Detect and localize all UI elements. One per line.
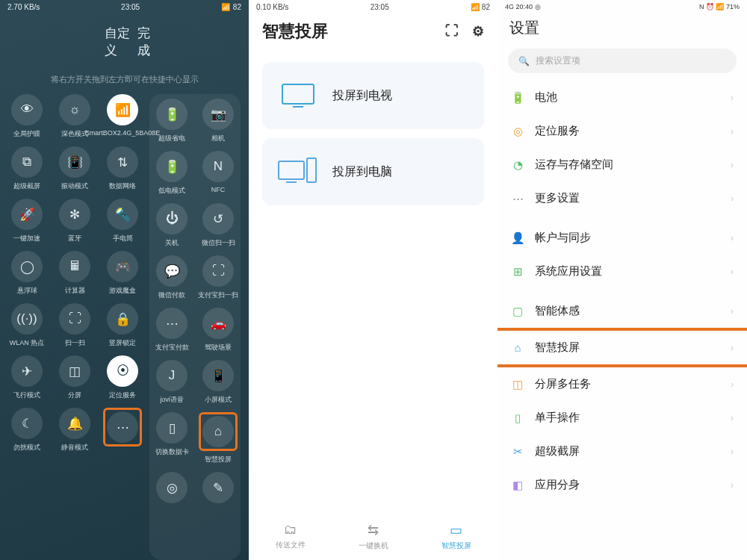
qs-icon[interactable]: ◫	[59, 355, 90, 387]
qs-tile[interactable]: ((·))WLAN 热点	[4, 303, 49, 348]
qs-tile[interactable]: 🔋超级省电	[149, 99, 194, 143]
qs-icon[interactable]: 👁	[11, 94, 43, 125]
qs-tile[interactable]: ▯切换数据卡	[149, 412, 194, 464]
settings-item[interactable]: 👤帐户与同步›	[498, 221, 747, 255]
qs-icon[interactable]: 🎮	[107, 251, 138, 282]
qs-icon[interactable]: 🚗	[202, 308, 234, 339]
qs-tile[interactable]: 🚀一键加速	[4, 199, 49, 243]
done-button[interactable]: 完成	[137, 25, 159, 59]
qs-icon[interactable]: ◯	[11, 251, 43, 282]
qs-icon[interactable]: ⏻	[156, 203, 187, 234]
settings-item[interactable]: 🔋电池›	[498, 81, 747, 114]
qs-tile[interactable]: NNFC	[196, 151, 241, 196]
qs-icon[interactable]: 🔋	[156, 151, 187, 182]
qs-tile[interactable]: 📶SmartBOX2.4G_5BA08E	[100, 94, 145, 139]
qs-tile[interactable]: ✻蓝牙	[52, 199, 97, 243]
qs-tile[interactable]: ⛶扫一扫	[52, 303, 97, 348]
qs-tile[interactable]: ↺微信扫一扫	[196, 203, 241, 248]
qs-tile[interactable]: ✎	[196, 472, 241, 507]
qs-icon[interactable]: N	[202, 151, 234, 182]
nav-item[interactable]: 🗂传送文件	[276, 522, 306, 551]
qs-tile[interactable]: ☾勿扰模式	[4, 408, 49, 452]
qs-tile[interactable]: 🎮游戏魔盒	[100, 251, 145, 296]
qs-icon[interactable]: ⋯	[107, 411, 138, 443]
qs-icon[interactable]: 🖩	[59, 251, 90, 282]
qs-tile[interactable]: ✈飞行模式	[4, 355, 49, 400]
svg-rect-2	[279, 161, 304, 179]
qs-tile[interactable]: 📷相机	[196, 99, 241, 143]
qs-tile[interactable]: ◯悬浮球	[4, 251, 49, 296]
qs-icon[interactable]: 📶	[107, 94, 138, 125]
qs-tile[interactable]: 🔦手电筒	[100, 199, 145, 243]
qs-tile[interactable]: 📳振动模式	[52, 146, 97, 191]
nav-item[interactable]: ⇆一键换机	[359, 522, 388, 551]
qs-icon[interactable]: ⛶	[59, 303, 90, 335]
qs-tile[interactable]: 🚗驾驶场景	[196, 308, 241, 352]
qs-icon[interactable]: ☼	[59, 94, 90, 125]
settings-item[interactable]: ◔运存与存储空间›	[498, 148, 747, 181]
qs-icon[interactable]: ✻	[59, 199, 90, 230]
settings-item[interactable]: ◧应用分身›	[498, 468, 747, 502]
qs-icon[interactable]: J	[156, 360, 187, 391]
qs-icon[interactable]: ⋯	[156, 308, 187, 339]
qs-tile[interactable]: ◎	[149, 472, 194, 507]
qs-icon[interactable]: ⧉	[11, 146, 43, 178]
qs-tile[interactable]: ⏻关机	[149, 203, 194, 248]
qs-tile[interactable]: 🖩计算器	[52, 251, 97, 296]
qs-tile[interactable]: Jjovi语音	[149, 360, 194, 405]
qs-tile[interactable]: ⇅数据网络	[100, 146, 145, 191]
qs-icon[interactable]: 🔒	[107, 303, 138, 335]
qs-tile[interactable]: ⋯支付宝付款	[149, 308, 194, 352]
settings-item[interactable]: ⊞系统应用设置›	[498, 255, 747, 288]
qs-icon[interactable]: ✎	[202, 472, 234, 503]
qs-icon[interactable]: ⦿	[107, 355, 138, 387]
qs-label: 计算器	[65, 286, 85, 296]
qs-label: 智慧投屏	[205, 455, 232, 464]
qs-icon[interactable]: ⛶	[202, 255, 234, 287]
qs-icon[interactable]: ⌂	[202, 416, 234, 447]
settings-item[interactable]: ◫分屏多任务›	[498, 367, 747, 401]
qs-icon[interactable]: 📳	[59, 146, 90, 178]
scan-icon[interactable]: ⛶	[445, 23, 459, 40]
qs-icon[interactable]: ⇅	[107, 146, 138, 178]
qs-tile[interactable]: ⛶支付宝扫一扫	[196, 255, 241, 300]
settings-item[interactable]: ⋯更多设置›	[498, 181, 747, 215]
settings-item[interactable]: ◎定位服务›	[498, 114, 747, 148]
qs-icon[interactable]: ◎	[156, 472, 187, 503]
qs-icon[interactable]: ▯	[156, 412, 187, 444]
qs-icon[interactable]: 🚀	[11, 199, 43, 230]
qs-label: 关机	[165, 238, 179, 248]
qs-tile[interactable]: ⌂智慧投屏	[196, 412, 241, 464]
nav-item[interactable]: ▭智慧投屏	[441, 522, 471, 551]
cast-card[interactable]: 投屏到电视	[262, 62, 484, 129]
qs-tile[interactable]: 🔋低电模式	[149, 151, 194, 196]
qs-tile[interactable]: ⋯	[100, 408, 145, 452]
settings-item[interactable]: ▢智能体感›	[498, 294, 747, 328]
qs-tile[interactable]: 🔒竖屏锁定	[100, 303, 145, 348]
qs-icon[interactable]: 📷	[202, 99, 234, 130]
customize-label[interactable]: 自定义	[105, 25, 137, 59]
qs-icon[interactable]: 💬	[156, 255, 187, 287]
settings-item[interactable]: ⌂智慧投屏›	[498, 328, 747, 367]
qs-icon[interactable]: 🔋	[156, 99, 187, 130]
search-input[interactable]: 🔍 搜索设置项	[508, 49, 737, 73]
qs-label: 小屏模式	[205, 395, 232, 405]
qs-icon[interactable]: ✈	[11, 355, 43, 387]
settings-item[interactable]: ▯单手操作›	[498, 401, 747, 435]
qs-tile[interactable]: 👁全局护眼	[4, 94, 49, 139]
qs-tile[interactable]: 💬微信付款	[149, 255, 194, 300]
qs-tile[interactable]: ◫分屏	[52, 355, 97, 400]
qs-tile[interactable]: ⧉超级截屏	[4, 146, 49, 191]
qs-icon[interactable]: 📱	[202, 360, 234, 391]
gear-icon[interactable]: ⚙	[472, 23, 484, 40]
cast-card[interactable]: 投屏到电脑	[262, 138, 484, 205]
qs-icon[interactable]: ↺	[202, 203, 234, 234]
qs-icon[interactable]: ((·))	[11, 303, 43, 335]
qs-icon[interactable]: 🔔	[59, 408, 90, 439]
qs-tile[interactable]: 🔔静音模式	[52, 408, 97, 452]
qs-icon[interactable]: 🔦	[107, 199, 138, 230]
qs-icon[interactable]: ☾	[11, 408, 43, 439]
settings-item[interactable]: ✂超级截屏›	[498, 435, 747, 468]
qs-tile[interactable]: 📱小屏模式	[196, 360, 241, 405]
qs-tile[interactable]: ⦿定位服务	[100, 355, 145, 400]
